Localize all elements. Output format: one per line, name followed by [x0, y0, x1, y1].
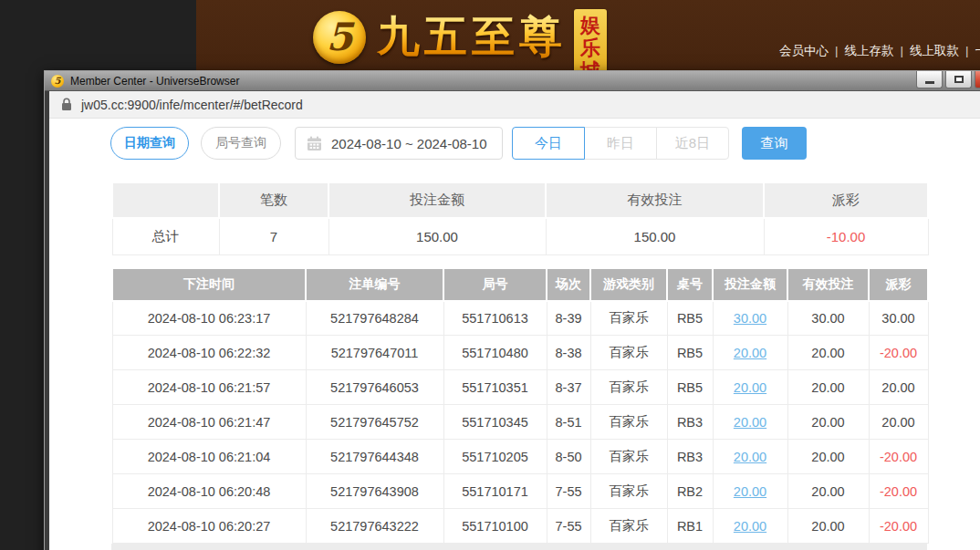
bet-amount-link[interactable]: 20.00 — [734, 415, 766, 430]
cell-bet-id: 521797648284 — [306, 301, 443, 336]
bet-amount-link[interactable]: 20.00 — [734, 380, 766, 395]
record-row: 2024-08-10 06:20:48 521797643908 5517101… — [112, 474, 928, 509]
search-button[interactable]: 查询 — [742, 127, 807, 160]
nav-separator: | — [835, 44, 839, 57]
table-footer-strip — [111, 544, 927, 550]
round-query-tab[interactable]: 局号查询 — [201, 127, 281, 160]
cell-table-no: RB5 — [667, 336, 713, 370]
bet-amount-link[interactable]: 20.00 — [734, 450, 766, 464]
cell-payout: -20.00 — [869, 474, 928, 509]
cell-session: 8-51 — [547, 405, 590, 440]
quick-today-button[interactable]: 今日 — [512, 127, 585, 160]
cell-bet-time: 2024-08-10 06:21:57 — [112, 370, 306, 405]
bet-records-table: 下注时间 注单编号 局号 场次 游戏类别 桌号 投注金额 有效投注 派彩 202… — [111, 267, 929, 545]
col-valid-bet: 有效投注 — [787, 268, 869, 301]
cell-round-id: 551710345 — [443, 405, 547, 440]
cell-round-id: 551710100 — [443, 509, 547, 544]
summary-total-label: 总计 — [112, 218, 219, 254]
col-bet-amount: 投注金额 — [713, 268, 787, 301]
col-game-type: 游戏类别 — [590, 268, 667, 301]
summary-total-count: 7 — [219, 218, 328, 254]
nav-link-member-center[interactable]: 会员中心 — [779, 44, 829, 57]
cell-bet-time: 2024-08-10 06:22:32 — [112, 336, 306, 370]
cell-game-type: 百家乐 — [590, 405, 667, 440]
date-range-input[interactable]: 2024-08-10 ~ 2024-08-10 — [295, 127, 503, 160]
nav-separator: | — [900, 44, 903, 57]
summary-header-bet-amount: 投注金额 — [328, 182, 546, 218]
window-titlebar[interactable]: 5 Member Center - UniverseBrowser ✕ — [45, 71, 980, 91]
cell-round-id: 551710480 — [443, 336, 547, 370]
bet-amount-link[interactable]: 20.00 — [734, 484, 766, 499]
cell-valid-bet: 20.00 — [787, 405, 869, 440]
col-session: 场次 — [547, 268, 590, 301]
summary-header-payout: 派彩 — [764, 182, 928, 218]
maximize-icon — [954, 76, 964, 83]
cell-session: 8-37 — [547, 370, 590, 405]
cell-bet-id: 521797643222 — [306, 509, 443, 544]
window-body: jw05.cc:9900/infe/mcenter/#/betRecord 日期… — [45, 91, 980, 550]
record-row: 2024-08-10 06:21:57 521797646053 5517103… — [112, 370, 928, 405]
maximize-button[interactable] — [945, 71, 972, 88]
cell-valid-bet: 20.00 — [787, 336, 869, 370]
cell-bet-time: 2024-08-10 06:21:04 — [112, 440, 306, 474]
nav-link-deposit[interactable]: 线上存款 — [844, 44, 893, 57]
nav-link-withdraw[interactable]: 线上取款 — [910, 44, 959, 57]
address-bar[interactable]: jw05.cc:9900/infe/mcenter/#/betRecord — [49, 91, 980, 119]
cell-game-type: 百家乐 — [590, 474, 667, 509]
bet-record-page: 日期查询 局号查询 2024-08-10 ~ 2024-08-10 今日 — [49, 119, 980, 550]
cell-session: 7-55 — [547, 474, 590, 509]
quick-yesterday-button[interactable]: 昨日 — [584, 127, 657, 160]
cell-bet-time: 2024-08-10 06:20:27 — [112, 509, 306, 544]
col-table-no: 桌号 — [667, 268, 713, 301]
quick-last8days-button[interactable]: 近8日 — [656, 127, 729, 160]
cell-valid-bet: 30.00 — [787, 301, 869, 336]
bet-amount-link[interactable]: 30.00 — [734, 311, 766, 326]
nav-separator: | — [965, 44, 969, 57]
summary-header-row: 笔数 投注金额 有效投注 派彩 — [112, 182, 928, 218]
cell-game-type: 百家乐 — [590, 336, 667, 370]
col-bet-time: 下注时间 — [112, 268, 306, 301]
bet-amount-link[interactable]: 20.00 — [734, 519, 766, 534]
cell-table-no: RB3 — [667, 405, 713, 440]
cell-bet-time: 2024-08-10 06:23:17 — [112, 301, 306, 336]
summary-header-valid-bet: 有效投注 — [546, 182, 764, 218]
cell-bet-id: 521797647011 — [306, 336, 443, 370]
lock-icon — [61, 98, 72, 111]
close-button[interactable]: ✕ — [975, 71, 980, 88]
quick-date-group: 今日 昨日 近8日 — [512, 127, 729, 160]
banner-nav: 会员中心|线上存款|线上取款|一 — [779, 43, 980, 59]
cell-payout: 30.00 — [869, 301, 928, 336]
records-header-row: 下注时间 注单编号 局号 场次 游戏类别 桌号 投注金额 有效投注 派彩 — [112, 268, 928, 301]
bet-amount-link[interactable]: 20.00 — [734, 346, 766, 360]
window-title: Member Center - UniverseBrowser — [70, 75, 239, 88]
cell-game-type: 百家乐 — [590, 370, 667, 405]
minimize-button[interactable] — [916, 71, 943, 88]
date-range-value: 2024-08-10 ~ 2024-08-10 — [331, 136, 487, 151]
col-bet-id: 注单编号 — [306, 268, 443, 301]
filter-bar: 日期查询 局号查询 2024-08-10 ~ 2024-08-10 今日 — [110, 127, 980, 160]
cell-round-id: 551710171 — [443, 474, 547, 509]
cell-table-no: RB3 — [667, 440, 713, 474]
cell-bet-amount: 20.00 — [713, 440, 787, 474]
cell-bet-amount: 20.00 — [713, 474, 787, 509]
record-row: 2024-08-10 06:21:04 521797644348 5517102… — [112, 440, 928, 474]
browser-window: 5 Member Center - UniverseBrowser ✕ jw05… — [44, 70, 980, 550]
url-text[interactable]: jw05.cc:9900/infe/mcenter/#/betRecord — [81, 98, 303, 112]
screen: { "banner": { "logo_icon": "5", "logo_te… — [0, 0, 980, 550]
brand-5-icon: 5 — [313, 11, 366, 64]
cell-bet-time: 2024-08-10 06:21:47 — [112, 405, 306, 440]
cell-valid-bet: 20.00 — [787, 370, 869, 405]
minimize-icon — [925, 81, 934, 84]
calendar-icon — [307, 136, 322, 151]
cell-table-no: RB2 — [667, 474, 713, 509]
date-query-tab[interactable]: 日期查询 — [110, 127, 189, 160]
cell-round-id: 551710613 — [443, 301, 547, 336]
nav-link-partial[interactable]: 一 — [975, 44, 980, 57]
cell-round-id: 551710351 — [443, 370, 547, 405]
summary-header-count: 笔数 — [219, 182, 328, 218]
cell-bet-amount: 20.00 — [713, 405, 787, 440]
summary-total-row: 总计 7 150.00 150.00 -10.00 — [112, 218, 928, 254]
record-row: 2024-08-10 06:23:17 521797648284 5517106… — [112, 301, 928, 336]
cell-session: 8-38 — [547, 336, 590, 370]
cell-game-type: 百家乐 — [590, 440, 667, 474]
